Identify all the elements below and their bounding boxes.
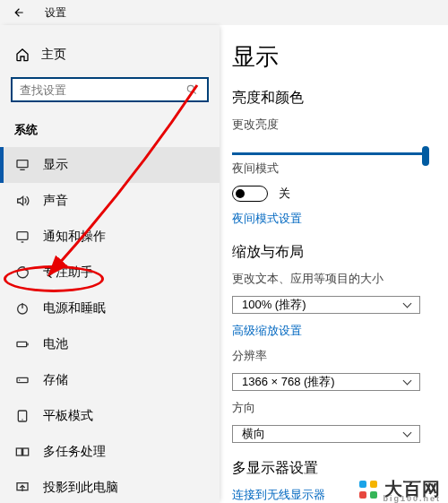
night-mode-label: 夜间模式 bbox=[232, 160, 435, 177]
svg-rect-19 bbox=[370, 491, 377, 499]
section-multi: 多显示器设置 bbox=[232, 459, 435, 478]
svg-point-12 bbox=[22, 419, 22, 420]
scale-label: 更改文本、应用等项目的大小 bbox=[232, 271, 435, 287]
sidebar-item-home[interactable]: 主页 bbox=[0, 39, 220, 70]
orientation-value: 横向 bbox=[242, 426, 265, 442]
power-icon bbox=[14, 301, 30, 316]
svg-rect-16 bbox=[359, 481, 366, 488]
sidebar-item-label: 平板模式 bbox=[43, 408, 93, 424]
svg-rect-9 bbox=[17, 377, 28, 382]
svg-point-0 bbox=[187, 85, 194, 91]
watermark-sub: big100.net bbox=[383, 494, 441, 503]
svg-point-10 bbox=[19, 379, 20, 380]
chevron-down-icon bbox=[403, 299, 412, 308]
home-icon bbox=[14, 48, 30, 62]
sidebar-item-label: 投影到此电脑 bbox=[43, 480, 118, 496]
resolution-value: 1366 × 768 (推荐) bbox=[242, 374, 335, 390]
resolution-select[interactable]: 1366 × 768 (推荐) bbox=[232, 373, 420, 391]
sidebar-item-label: 多任务处理 bbox=[43, 444, 106, 460]
advanced-scale-link[interactable]: 高级缩放设置 bbox=[232, 323, 435, 339]
battery-icon bbox=[14, 337, 30, 351]
sidebar: 主页 系统 显示声音通知和操作专注助手电源和睡眠电池存储平板模式多任务处理投影到… bbox=[0, 25, 220, 503]
chevron-down-icon bbox=[403, 429, 412, 438]
orientation-select[interactable]: 横向 bbox=[232, 425, 420, 443]
svg-rect-2 bbox=[17, 160, 28, 168]
home-label: 主页 bbox=[41, 47, 66, 63]
svg-rect-13 bbox=[16, 448, 22, 455]
section-brightness: 亮度和颜色 bbox=[232, 89, 435, 108]
resolution-label: 分辨率 bbox=[232, 348, 435, 364]
svg-rect-7 bbox=[17, 342, 27, 346]
sidebar-item-sound[interactable]: 声音 bbox=[0, 183, 220, 219]
svg-line-1 bbox=[194, 91, 196, 94]
sidebar-item-notify[interactable]: 通知和操作 bbox=[0, 219, 220, 255]
window-title: 设置 bbox=[45, 5, 66, 21]
back-icon[interactable] bbox=[11, 6, 27, 19]
scale-select[interactable]: 100% (推荐) bbox=[232, 296, 420, 314]
page-title: 显示 bbox=[232, 41, 435, 73]
svg-rect-14 bbox=[23, 448, 29, 455]
sidebar-item-power[interactable]: 电源和睡眠 bbox=[0, 291, 220, 326]
scale-value: 100% (推荐) bbox=[242, 297, 306, 313]
sidebar-item-display[interactable]: 显示 bbox=[0, 147, 220, 183]
sidebar-item-label: 显示 bbox=[43, 157, 68, 173]
focus-icon bbox=[14, 265, 30, 280]
content-panel: 显示 亮度和颜色 更改亮度 夜间模式 关 夜间模式设置 缩放与布局 更改文本、应… bbox=[220, 25, 448, 503]
toggle-state-text: 关 bbox=[279, 186, 290, 202]
storage-icon bbox=[14, 373, 30, 387]
search-field[interactable] bbox=[20, 83, 184, 97]
display-icon bbox=[14, 158, 30, 172]
sidebar-item-project[interactable]: 投影到此电脑 bbox=[0, 470, 220, 503]
project-icon bbox=[14, 481, 30, 495]
svg-rect-4 bbox=[17, 232, 28, 240]
orientation-label: 方向 bbox=[232, 400, 435, 416]
sound-icon bbox=[14, 194, 30, 208]
svg-rect-17 bbox=[370, 481, 377, 488]
sidebar-item-battery[interactable]: 电池 bbox=[0, 326, 220, 362]
tablet-icon bbox=[14, 409, 30, 423]
section-scale: 缩放与布局 bbox=[232, 243, 435, 262]
sidebar-item-label: 声音 bbox=[43, 193, 68, 209]
multitask-icon bbox=[14, 445, 30, 459]
sidebar-item-label: 通知和操作 bbox=[43, 229, 106, 245]
notify-icon bbox=[14, 230, 30, 244]
night-mode-settings-link[interactable]: 夜间模式设置 bbox=[232, 211, 435, 227]
sidebar-item-label: 电源和睡眠 bbox=[43, 300, 106, 317]
sidebar-item-label: 电池 bbox=[43, 336, 68, 352]
sidebar-item-label: 专注助手 bbox=[43, 265, 93, 281]
brightness-label: 更改亮度 bbox=[232, 117, 435, 133]
search-icon bbox=[184, 83, 200, 96]
night-mode-toggle[interactable] bbox=[232, 186, 268, 202]
brightness-slider[interactable] bbox=[232, 145, 424, 150]
search-input[interactable] bbox=[11, 77, 209, 102]
logo-icon bbox=[358, 479, 379, 500]
sidebar-item-focus[interactable]: 专注助手 bbox=[0, 255, 220, 291]
svg-rect-8 bbox=[27, 343, 28, 346]
watermark: 大百网 big100.net bbox=[358, 477, 441, 501]
sidebar-item-label: 存储 bbox=[43, 372, 68, 388]
svg-rect-18 bbox=[359, 491, 366, 499]
sidebar-item-storage[interactable]: 存储 bbox=[0, 362, 220, 398]
sidebar-item-multitask[interactable]: 多任务处理 bbox=[0, 434, 220, 470]
chevron-down-icon bbox=[403, 377, 412, 386]
sidebar-nav-list: 显示声音通知和操作专注助手电源和睡眠电池存储平板模式多任务处理投影到此电脑体验共… bbox=[0, 147, 220, 503]
sidebar-item-tablet[interactable]: 平板模式 bbox=[0, 398, 220, 434]
sidebar-section-label: 系统 bbox=[0, 113, 220, 147]
